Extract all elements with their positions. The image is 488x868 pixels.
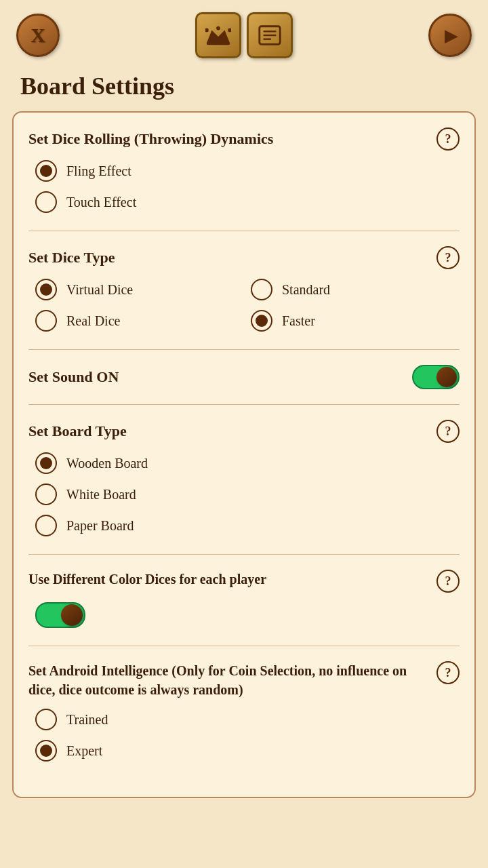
expert-radio[interactable] (35, 740, 57, 762)
fling-effect-radio[interactable] (35, 160, 57, 182)
white-board-label: White Board (66, 487, 136, 502)
color-dices-toggle[interactable] (35, 602, 85, 628)
real-dice-option[interactable]: Real Dice (35, 310, 244, 332)
dice-rolling-title: Set Dice Rolling (Throwing) Dynamics (28, 130, 273, 148)
svg-point-2 (216, 26, 220, 31)
top-center-buttons (195, 12, 293, 58)
android-intelligence-section: Set Android Intelligence (Only for Coin … (28, 661, 460, 762)
divider-1 (28, 231, 460, 231)
crown-icon (205, 22, 231, 48)
settings-card: Set Dice Rolling (Throwing) Dynamics ? F… (12, 111, 476, 798)
crown-button[interactable] (195, 12, 241, 58)
white-board-radio[interactable] (35, 484, 57, 505)
white-board-option[interactable]: White Board (35, 484, 460, 505)
touch-effect-option[interactable]: Touch Effect (35, 191, 460, 213)
board-type-section: Set Board Type ? Wooden Board White Boar… (28, 420, 460, 536)
expert-label: Expert (66, 743, 102, 759)
svg-point-3 (228, 28, 231, 33)
sound-toggle[interactable] (412, 365, 460, 389)
sound-title: Set Sound ON (28, 368, 119, 386)
standard-dice-label: Standard (282, 282, 330, 298)
wooden-board-option[interactable]: Wooden Board (35, 452, 460, 474)
faster-option[interactable]: Faster (251, 310, 460, 332)
dice-type-help-button[interactable]: ? (436, 246, 460, 269)
dice-rolling-help-button[interactable]: ? (436, 127, 460, 151)
board-type-header: Set Board Type ? (28, 420, 460, 443)
fling-effect-label: Fling Effect (66, 163, 131, 179)
dice-rolling-header: Set Dice Rolling (Throwing) Dynamics ? (28, 127, 460, 151)
android-intelligence-title: Set Android Intelligence (Only for Coin … (28, 661, 436, 699)
divider-2 (28, 349, 460, 350)
score-button[interactable] (247, 12, 293, 58)
color-dices-help-button[interactable]: ? (436, 570, 460, 593)
dice-type-title: Set Dice Type (28, 249, 115, 267)
close-button[interactable]: X (16, 14, 60, 57)
color-dices-toggle-knob (61, 604, 83, 626)
paper-board-option[interactable]: Paper Board (35, 515, 460, 536)
sound-section: Set Sound ON (28, 365, 460, 389)
trained-label: Trained (66, 712, 108, 728)
top-bar: X ▶ (0, 0, 488, 65)
android-intelligence-header: Set Android Intelligence (Only for Coin … (28, 661, 460, 699)
faster-radio[interactable] (251, 310, 272, 332)
fling-effect-option[interactable]: Fling Effect (35, 160, 460, 182)
dice-rolling-section: Set Dice Rolling (Throwing) Dynamics ? F… (28, 127, 460, 213)
svg-marker-0 (207, 30, 230, 43)
dice-type-options: Virtual Dice Standard Real Dice Faster (28, 279, 460, 332)
faster-label: Faster (282, 313, 315, 329)
color-dices-title: Use Different Color Dices for each playe… (28, 570, 436, 589)
sound-toggle-knob (436, 367, 457, 387)
standard-dice-option[interactable]: Standard (251, 279, 460, 300)
android-intelligence-options: Trained Expert (28, 709, 460, 762)
divider-3 (28, 404, 460, 405)
paper-board-label: Paper Board (66, 518, 134, 534)
dice-type-section: Set Dice Type ? Virtual Dice Standard Re… (28, 246, 460, 332)
touch-effect-label: Touch Effect (66, 195, 136, 210)
real-dice-radio[interactable] (35, 310, 57, 332)
expert-option[interactable]: Expert (35, 740, 460, 762)
virtual-dice-radio[interactable] (35, 279, 57, 300)
color-dices-header: Use Different Color Dices for each playe… (28, 570, 460, 593)
dice-rolling-options: Fling Effect Touch Effect (28, 160, 460, 213)
touch-effect-radio[interactable] (35, 191, 57, 213)
svg-rect-4 (207, 42, 230, 45)
board-type-help-button[interactable]: ? (436, 420, 460, 443)
divider-4 (28, 554, 460, 555)
play-button[interactable]: ▶ (428, 14, 472, 57)
paper-board-radio[interactable] (35, 515, 57, 536)
dice-type-header: Set Dice Type ? (28, 246, 460, 269)
board-type-options: Wooden Board White Board Paper Board (28, 452, 460, 536)
trained-radio[interactable] (35, 709, 57, 730)
android-intelligence-help-button[interactable]: ? (436, 661, 460, 684)
score-icon (257, 22, 283, 48)
virtual-dice-label: Virtual Dice (66, 282, 133, 298)
trained-option[interactable]: Trained (35, 709, 460, 730)
wooden-board-radio[interactable] (35, 452, 57, 474)
divider-5 (28, 646, 460, 646)
color-dices-toggle-row (28, 602, 460, 628)
board-type-title: Set Board Type (28, 422, 127, 440)
virtual-dice-option[interactable]: Virtual Dice (35, 279, 244, 300)
close-icon: X (30, 24, 45, 47)
color-dices-section: Use Different Color Dices for each playe… (28, 570, 460, 628)
svg-point-1 (205, 28, 209, 33)
standard-dice-radio[interactable] (251, 279, 272, 300)
real-dice-label: Real Dice (66, 313, 120, 329)
play-icon: ▶ (445, 25, 458, 46)
page-title: Board Settings (0, 65, 488, 111)
wooden-board-label: Wooden Board (66, 456, 148, 471)
